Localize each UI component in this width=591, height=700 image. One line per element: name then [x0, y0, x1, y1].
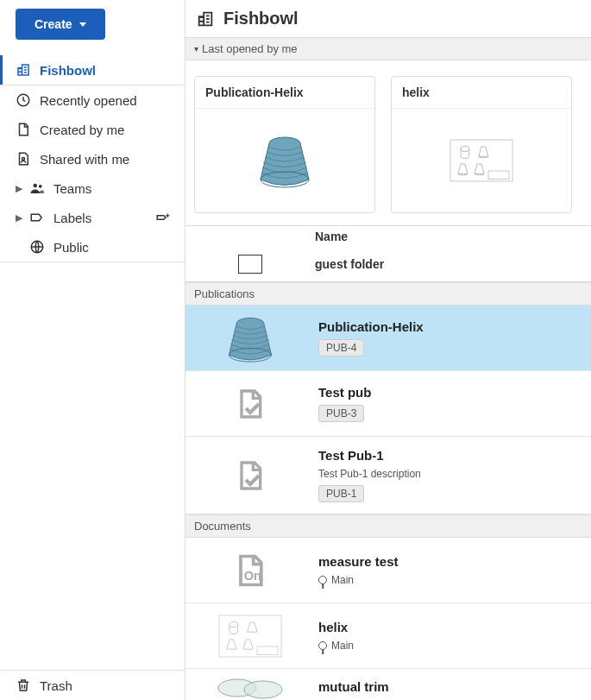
chevron-right-icon: ▶ — [16, 183, 24, 194]
svg-point-2 — [34, 184, 38, 188]
sidebar-item-label: Public — [53, 240, 89, 255]
svg-rect-8 — [488, 171, 509, 180]
section-last-opened[interactable]: ▾ Last opened by me — [185, 37, 591, 60]
list-row-publication[interactable]: Publication-Helix PUB-4 — [185, 306, 591, 371]
sidebar-item-label: Fishbowl — [40, 63, 96, 78]
column-name[interactable]: Name — [315, 230, 591, 243]
list-header: Name — [185, 226, 591, 247]
sidebar-item-teams[interactable]: ▶ Teams — [0, 173, 185, 203]
create-button[interactable]: Create — [16, 9, 105, 40]
row-badge: PUB-3 — [318, 405, 364, 422]
card-title: Publication-Helix — [195, 77, 374, 109]
list-row-folder[interactable]: guest folder — [185, 247, 591, 282]
label-add-icon[interactable] — [155, 210, 171, 225]
row-badge: PUB-1 — [318, 485, 364, 502]
sidebar-item-label: Created by me — [40, 123, 124, 137]
document-person-icon — [16, 151, 31, 167]
building-icon — [16, 62, 31, 78]
section-label: Publications — [194, 287, 255, 300]
row-thumbnail — [185, 669, 315, 700]
row-thumbnail — [185, 306, 315, 371]
list-row-document[interactable]: helix Main — [185, 603, 591, 669]
row-title: Test pub — [318, 385, 588, 400]
row-thumbnail: On — [185, 538, 315, 603]
page-title: Fishbowl — [223, 9, 299, 28]
row-title: helix — [318, 620, 588, 634]
list-row-publication[interactable]: Test Pub-1 Test Pub-1 description PUB-1 — [185, 437, 591, 514]
sidebar-item-created-by-me[interactable]: Created by me — [0, 115, 185, 144]
folder-icon — [238, 255, 262, 274]
clock-icon — [16, 92, 31, 108]
building-icon — [196, 9, 215, 28]
sidebar: Create Fishbowl Recently opened Created … — [0, 0, 185, 700]
branch-icon — [318, 576, 327, 584]
row-title: Test Pub-1 — [318, 448, 588, 463]
section-label: Documents — [194, 520, 251, 533]
section-publications: Publications — [185, 282, 591, 306]
card-helix[interactable]: helix — [391, 76, 572, 213]
team-icon — [29, 180, 45, 196]
sidebar-item-recently-opened[interactable]: Recently opened — [0, 85, 185, 115]
row-title: Publication-Helix — [318, 319, 588, 334]
svg-rect-13 — [257, 646, 278, 655]
create-label: Create — [35, 17, 72, 31]
card-thumbnail — [195, 109, 374, 212]
card-thumbnail — [392, 109, 571, 212]
row-thumbnail — [185, 603, 315, 669]
sidebar-item-public[interactable]: ▶ Public — [0, 232, 185, 262]
sidebar-item-shared-with-me[interactable]: Shared with me — [0, 144, 185, 173]
list-row-publication[interactable]: Test pub PUB-3 — [185, 371, 591, 437]
row-thumbnail — [185, 443, 315, 508]
card-publication-helix[interactable]: Publication-Helix — [194, 76, 375, 213]
row-branch: Main — [318, 640, 588, 652]
main-content: Fishbowl ▾ Last opened by me Publication… — [185, 0, 591, 700]
svg-text:On: On — [244, 569, 261, 583]
trash-icon — [16, 678, 31, 693]
row-thumbnail — [185, 371, 315, 437]
card-title: helix — [392, 77, 571, 109]
sidebar-item-labels[interactable]: ▶ Labels — [0, 203, 185, 232]
sidebar-item-trash[interactable]: Trash — [0, 671, 185, 700]
sidebar-item-label: Trash — [40, 678, 72, 693]
sidebar-item-label: Shared with me — [40, 152, 129, 167]
row-title: measure test — [318, 554, 588, 569]
list-row-document[interactable]: mutual trim — [185, 669, 591, 700]
section-label: Last opened by me — [202, 42, 298, 55]
chevron-down-icon: ▾ — [194, 44, 198, 54]
section-documents: Documents — [185, 514, 591, 538]
row-branch: Main — [318, 574, 588, 586]
svg-point-15 — [244, 681, 282, 698]
page-header: Fishbowl — [185, 0, 591, 37]
row-title: guest folder — [315, 257, 591, 271]
branch-icon — [318, 641, 327, 650]
sidebar-item-label: Labels — [53, 211, 91, 225]
chevron-right-icon: ▶ — [16, 212, 24, 224]
document-icon — [16, 122, 31, 137]
row-badge: PUB-4 — [318, 339, 364, 356]
list-row-document[interactable]: On measure test Main — [185, 538, 591, 603]
label-icon — [29, 210, 45, 225]
sidebar-item-fishbowl[interactable]: Fishbowl — [0, 55, 185, 85]
globe-icon — [29, 239, 45, 255]
row-description: Test Pub-1 description — [318, 468, 588, 480]
svg-point-1 — [22, 158, 25, 161]
sidebar-item-label: Teams — [53, 181, 91, 196]
caret-down-icon — [79, 22, 86, 27]
card-row: Publication-Helix helix — [185, 60, 591, 225]
svg-point-3 — [39, 185, 42, 188]
row-title: mutual trim — [318, 679, 588, 694]
svg-rect-12 — [219, 615, 281, 657]
sidebar-item-label: Recently opened — [40, 93, 137, 108]
